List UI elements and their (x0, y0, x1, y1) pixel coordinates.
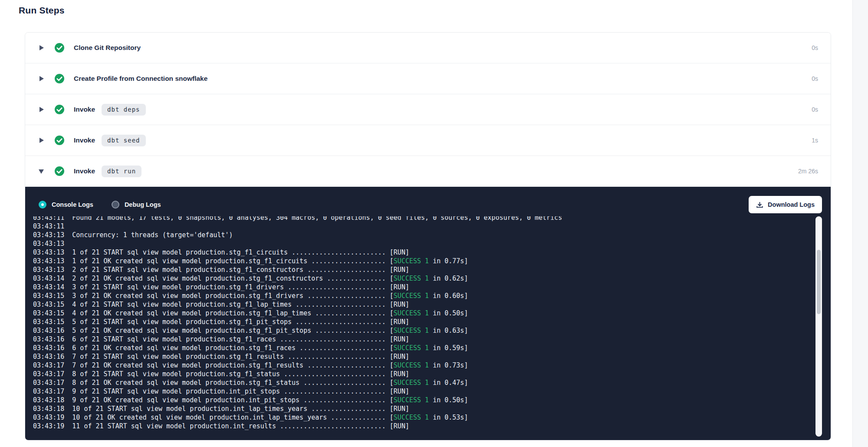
log-line: 03:43:19 10 of 21 OK created sql view mo… (33, 413, 805, 422)
console-logs-label: Console Logs (52, 201, 93, 208)
step-command-badge: dbt deps (102, 104, 145, 116)
log-line: 03:43:15 4 of 21 START sql view model pr… (33, 300, 805, 309)
chevron-right-icon[interactable] (39, 106, 45, 113)
check-circle-icon (54, 43, 65, 53)
page-right-gutter (852, 0, 868, 447)
console-scrollbar[interactable] (815, 216, 822, 437)
step-duration: 0s (812, 44, 818, 51)
step-duration: 0s (812, 106, 818, 113)
step-label: Invoke (74, 106, 95, 113)
log-line: 03:43:18 9 of 21 OK created sql view mod… (33, 396, 805, 404)
log-line: 03:43:17 8 of 21 OK created sql view mod… (33, 378, 805, 387)
log-line: 03:43:11 (33, 222, 805, 231)
step-duration: 1s (812, 137, 818, 144)
step-label: Invoke (74, 167, 95, 175)
step-row[interactable]: Invoke dbt deps 0s (25, 94, 831, 125)
log-line: 03:43:13 (33, 239, 805, 248)
download-logs-label: Download Logs (768, 201, 815, 208)
radio-selected-icon[interactable] (39, 201, 46, 209)
chevron-down-icon[interactable] (39, 168, 45, 174)
step-row[interactable]: Invoke dbt run 2m 26s (25, 156, 831, 187)
console-panel: Console Logs Debug Logs Download Logs 03… (25, 187, 831, 440)
log-line: 03:43:18 10 of 21 START sql view model p… (33, 404, 805, 413)
page-title: Run Steps (19, 5, 65, 16)
debug-logs-radio-group[interactable]: Debug Logs (112, 201, 161, 209)
log-line: 03:43:14 2 of 21 OK created sql view mod… (33, 274, 805, 283)
step-rows-container: Clone Git Repository 0s Create Profile f… (25, 33, 831, 187)
console-scrollbar-thumb[interactable] (817, 250, 821, 314)
download-icon (756, 201, 763, 209)
log-line: 03:43:13 1 of 21 START sql view model pr… (33, 248, 805, 257)
check-circle-icon (54, 166, 65, 176)
chevron-right-icon[interactable] (39, 45, 45, 51)
log-line: 03:43:11 Found 21 models, 17 tests, 0 sn… (33, 216, 805, 222)
step-row[interactable]: Invoke dbt seed 1s (25, 125, 831, 156)
log-line: 03:43:14 3 of 21 START sql view model pr… (33, 283, 805, 291)
check-circle-icon (54, 73, 65, 84)
log-line: 03:43:16 5 of 21 OK created sql view mod… (33, 326, 805, 335)
step-label: Create Profile from Connection snowflake (74, 75, 207, 83)
log-line: 03:43:15 4 of 21 OK created sql view mod… (33, 309, 805, 318)
run-steps-card: Clone Git Repository 0s Create Profile f… (25, 32, 831, 440)
check-circle-icon (54, 104, 65, 115)
log-line: 03:43:13 Concurrency: 1 threads (target=… (33, 231, 805, 239)
step-command-badge: dbt seed (102, 135, 145, 146)
step-duration: 2m 26s (798, 168, 818, 175)
chevron-right-icon[interactable] (39, 137, 45, 143)
log-line: 03:43:16 7 of 21 START sql view model pr… (33, 352, 805, 361)
step-row[interactable]: Clone Git Repository 0s (25, 33, 831, 63)
chevron-right-icon[interactable] (39, 76, 45, 82)
step-row[interactable]: Create Profile from Connection snowflake… (25, 63, 831, 94)
log-line: 03:43:15 5 of 21 START sql view model pr… (33, 318, 805, 326)
log-line: 03:43:19 11 of 21 START sql view model p… (33, 422, 805, 430)
download-logs-button[interactable]: Download Logs (749, 196, 822, 213)
log-line: 03:43:16 6 of 21 OK created sql view mod… (33, 344, 805, 352)
console-logs-radio-group[interactable]: Console Logs (39, 201, 93, 209)
log-line: 03:43:17 9 of 21 START sql view model pr… (33, 387, 805, 396)
debug-logs-label: Debug Logs (125, 201, 161, 208)
step-duration: 0s (812, 75, 818, 82)
log-line: 03:43:17 7 of 21 OK created sql view mod… (33, 361, 805, 370)
log-line: 03:43:15 3 of 21 OK created sql view mod… (33, 291, 805, 300)
step-label: Clone Git Repository (74, 44, 141, 52)
console-log-lines: 03:43:11 Found 21 models, 17 tests, 0 sn… (33, 216, 805, 430)
log-line: 03:43:13 1 of 21 OK created sql view mod… (33, 257, 805, 265)
console-log-area[interactable]: 03:43:11 Found 21 models, 17 tests, 0 sn… (25, 216, 831, 440)
radio-unselected-icon[interactable] (112, 201, 119, 209)
console-header: Console Logs Debug Logs Download Logs (25, 187, 831, 215)
step-command-badge: dbt run (102, 166, 141, 177)
log-line: 03:43:17 8 of 21 START sql view model pr… (33, 370, 805, 378)
log-line: 03:43:13 2 of 21 START sql view model pr… (33, 265, 805, 274)
log-line: 03:43:16 6 of 21 START sql view model pr… (33, 335, 805, 344)
step-label: Invoke (74, 136, 95, 144)
check-circle-icon (54, 135, 65, 146)
